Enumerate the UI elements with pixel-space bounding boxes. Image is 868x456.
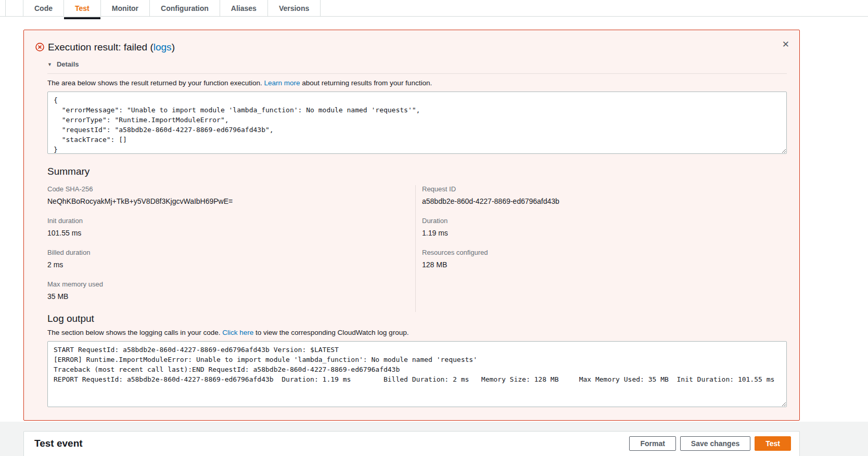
field-label: Max memory used <box>47 280 415 288</box>
close-icon[interactable]: ✕ <box>780 38 792 51</box>
banner-header: Execution result: failed (logs) <box>24 30 799 54</box>
field-label: Request ID <box>422 185 787 193</box>
tab-test[interactable]: Test <box>63 0 100 16</box>
format-button[interactable]: Format <box>629 436 675 451</box>
log-output-description: The section below shows the logging call… <box>47 329 787 336</box>
banner-title: Execution result: failed (logs) <box>48 41 175 53</box>
banner-divider <box>47 73 787 74</box>
summary-column-left: Code SHA-256 NeQhKBoRocyakMj+TkB+y5V8D8f… <box>47 185 415 312</box>
field-value: NeQhKBoRocyakMj+TkB+y5V8D8f3KjgcvWaIbH69… <box>47 197 415 205</box>
field-value: 101.55 ms <box>47 229 415 237</box>
log-output-text[interactable]: START RequestId: a58bdb2e-860d-4227-8869… <box>47 341 787 407</box>
field-request-id: Request ID a58bdb2e-860d-4227-8869-ed679… <box>422 185 787 205</box>
result-description: The area below shows the result returned… <box>47 79 787 87</box>
tab-code[interactable]: Code <box>23 0 63 16</box>
tab-versions[interactable]: Versions <box>267 0 321 16</box>
field-value: 35 MB <box>47 292 415 301</box>
caret-down-icon: ▼ <box>47 62 52 67</box>
tab-configuration[interactable]: Configuration <box>149 0 220 16</box>
field-label: Code SHA-256 <box>47 185 415 193</box>
details-expander[interactable]: ▼ Details <box>47 60 79 68</box>
details-label: Details <box>57 60 79 68</box>
save-changes-button[interactable]: Save changes <box>680 436 750 451</box>
test-event-card-header: Test event Format Save changes Test <box>24 432 799 451</box>
summary-column-right: Request ID a58bdb2e-860d-4227-8869-ed679… <box>415 185 787 312</box>
field-value: 1.19 ms <box>422 229 787 237</box>
field-label: Resources configured <box>422 249 787 256</box>
field-max-memory-used: Max memory used 35 MB <box>47 280 415 301</box>
field-code-sha256: Code SHA-256 NeQhKBoRocyakMj+TkB+y5V8D8f… <box>47 185 415 205</box>
summary-grid: Code SHA-256 NeQhKBoRocyakMj+TkB+y5V8D8f… <box>47 185 787 312</box>
log-output-heading: Log output <box>47 313 787 324</box>
test-button[interactable]: Test <box>755 436 791 451</box>
click-here-link[interactable]: Click here <box>222 329 253 336</box>
execution-result-banner: ✕ Execution result: failed (logs) ▼ Deta… <box>23 30 800 421</box>
function-tab-bar: Code Test Monitor Configuration Aliases … <box>0 0 868 17</box>
field-value: 2 ms <box>47 260 415 269</box>
tab-aliases[interactable]: Aliases <box>220 0 267 16</box>
field-label: Init duration <box>47 217 415 225</box>
learn-more-link[interactable]: Learn more <box>264 79 300 87</box>
field-label: Duration <box>422 217 787 225</box>
field-value: 128 MB <box>422 260 787 269</box>
field-value: a58bdb2e-860d-4227-8869-ed6796afd43b <box>422 197 787 205</box>
banner-body: ▼ Details The area below shows the resul… <box>47 54 787 407</box>
field-duration: Duration 1.19 ms <box>422 217 787 237</box>
test-event-heading: Test event <box>34 438 83 449</box>
test-event-section: Test event Format Save changes Test <box>0 422 868 456</box>
field-resources-configured: Resources configured 128 MB <box>422 249 787 269</box>
field-label: Billed duration <box>47 249 415 256</box>
summary-heading: Summary <box>47 166 787 177</box>
test-event-actions: Format Save changes Test <box>625 436 791 451</box>
test-event-card: Test event Format Save changes Test <box>23 431 800 456</box>
tab-monitor[interactable]: Monitor <box>100 0 149 16</box>
panel-left-edge <box>5 0 6 17</box>
field-billed-duration: Billed duration 2 ms <box>47 249 415 269</box>
field-init-duration: Init duration 101.55 ms <box>47 217 415 237</box>
logs-link[interactable]: logs <box>154 42 172 53</box>
execution-result-json[interactable]: { "errorMessage": "Unable to import modu… <box>47 92 787 154</box>
error-status-icon <box>35 43 44 54</box>
